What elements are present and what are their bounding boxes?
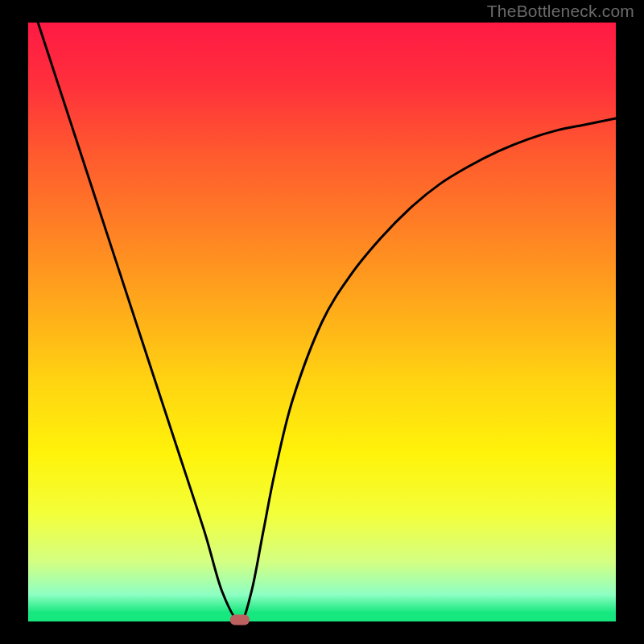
optimal-point-marker — [230, 615, 250, 625]
chart-frame: TheBottleneck.com — [0, 0, 644, 644]
watermark-text: TheBottleneck.com — [487, 2, 634, 21]
bottleneck-chart — [0, 0, 644, 644]
